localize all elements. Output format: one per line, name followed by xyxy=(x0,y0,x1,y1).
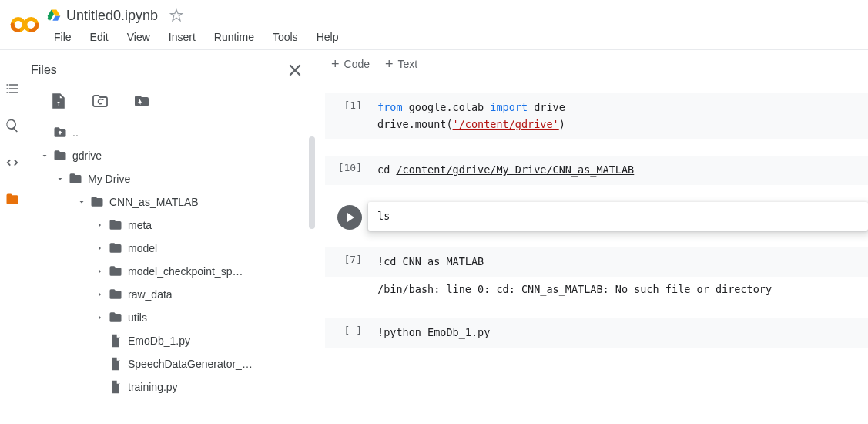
file-tree: .. gdrive My Drive CNN_as_MATLAB xyxy=(25,121,317,424)
folder-icon xyxy=(108,310,123,325)
menu-edit[interactable]: Edit xyxy=(82,28,116,46)
folder-icon xyxy=(89,194,105,210)
refresh-icon[interactable] xyxy=(91,92,109,110)
tree-label: model_checkpoint_sp… xyxy=(128,265,243,278)
files-icon[interactable] xyxy=(5,192,20,207)
add-code-label: Code xyxy=(344,58,370,70)
folder-up-icon xyxy=(52,125,68,140)
plus-icon: + xyxy=(331,59,340,69)
chevron-down-icon[interactable] xyxy=(74,194,89,210)
header: Untitled0.ipynb File Edit View Insert Ru… xyxy=(0,0,868,49)
tree-label: raw_data xyxy=(128,288,173,301)
tree-label: training.py xyxy=(128,381,178,393)
code-cell[interactable]: [7] !cd CNN_as_MATLAB /bin/bash: line 0:… xyxy=(325,247,868,301)
chevron-down-icon[interactable] xyxy=(52,171,68,187)
toc-icon[interactable] xyxy=(5,81,20,96)
file-icon xyxy=(108,333,123,348)
close-icon[interactable] xyxy=(286,61,304,79)
code-editor[interactable]: ls xyxy=(368,202,868,231)
tree-label: utils xyxy=(128,311,147,324)
chevron-down-icon[interactable] xyxy=(37,148,52,163)
folder-icon xyxy=(108,287,123,302)
tree-folder[interactable]: model xyxy=(31,237,317,260)
code-cell[interactable]: [ ] !python EmoDb_1.py xyxy=(325,318,868,348)
add-text-label: Text xyxy=(398,58,418,70)
search-icon[interactable] xyxy=(5,118,20,133)
tree-label: meta xyxy=(128,219,152,231)
notebook-main: + Code + Text [1] from google.colab impo… xyxy=(317,50,868,424)
code-editor[interactable]: from google.colab import drive drive.mou… xyxy=(368,93,868,139)
tree-file[interactable]: training.py xyxy=(31,375,317,399)
left-rail xyxy=(0,50,25,424)
code-editor[interactable]: !python EmoDb_1.py xyxy=(368,318,868,348)
chevron-right-icon[interactable] xyxy=(92,217,108,233)
document-title[interactable]: Untitled0.ipynb xyxy=(66,8,158,24)
file-icon xyxy=(108,356,123,372)
upload-icon[interactable] xyxy=(49,92,68,110)
tree-folder[interactable]: utils xyxy=(31,306,317,329)
chevron-right-icon[interactable] xyxy=(92,287,108,302)
tree-label: gdrive xyxy=(72,150,102,162)
menu-insert[interactable]: Insert xyxy=(161,28,203,46)
code-cell[interactable]: [10] cd /content/gdrive/My Drive/CNN_as_… xyxy=(325,156,868,185)
folder-icon xyxy=(108,264,123,279)
cells-container: [1] from google.colab import drive drive… xyxy=(317,78,868,348)
tree-folder[interactable]: meta xyxy=(31,214,317,237)
chevron-right-icon[interactable] xyxy=(92,264,108,279)
tree-label: My Drive xyxy=(88,173,130,185)
code-editor[interactable]: cd /content/gdrive/My Drive/CNN_as_MATLA… xyxy=(368,156,868,185)
folder-icon xyxy=(108,241,123,256)
folder-icon xyxy=(108,217,123,233)
drive-icon xyxy=(46,8,62,23)
menubar: File Edit View Insert Runtime Tools Help xyxy=(46,28,868,46)
file-icon xyxy=(108,379,123,395)
tree-folder-gdrive[interactable]: gdrive xyxy=(31,144,317,167)
menu-tools[interactable]: Tools xyxy=(265,28,306,46)
files-panel-title: Files xyxy=(31,63,286,77)
cell-prompt: [1] xyxy=(344,99,362,111)
colab-logo-icon xyxy=(9,9,40,40)
folder-icon xyxy=(52,148,68,163)
folder-icon xyxy=(68,171,83,187)
add-text-button[interactable]: + Text xyxy=(385,58,417,70)
tree-parent[interactable]: .. xyxy=(31,121,317,144)
tree-file[interactable]: EmoDb_1.py xyxy=(31,329,317,352)
menu-file[interactable]: File xyxy=(46,28,79,46)
tree-label: .. xyxy=(72,126,79,139)
add-code-button[interactable]: + Code xyxy=(331,58,370,70)
tree-label: CNN_as_MATLAB xyxy=(109,196,199,208)
tree-folder[interactable]: raw_data xyxy=(31,283,317,306)
files-panel: Files .. gdrive My Drive xyxy=(25,50,317,424)
insert-toolbar: + Code + Text xyxy=(317,50,868,78)
play-icon xyxy=(347,213,354,222)
tree-label: model xyxy=(128,242,157,254)
tree-folder-mydrive[interactable]: My Drive xyxy=(31,167,317,190)
tree-folder[interactable]: model_checkpoint_sp… xyxy=(31,260,317,283)
star-icon[interactable] xyxy=(169,8,184,23)
code-cell-active[interactable]: ls xyxy=(325,202,868,231)
code-snippets-icon[interactable] xyxy=(5,155,20,170)
tree-label: SpeechDataGenerator_… xyxy=(128,358,253,370)
tree-file[interactable]: SpeechDataGenerator_… xyxy=(31,352,317,375)
cell-prompt: [10] xyxy=(338,162,362,173)
scrollbar-thumb[interactable] xyxy=(309,136,315,229)
cell-prompt: [ ] xyxy=(344,325,362,336)
mount-drive-icon[interactable] xyxy=(132,92,151,110)
run-cell-button[interactable] xyxy=(337,205,362,230)
tree-folder-cnn[interactable]: CNN_as_MATLAB xyxy=(31,190,317,214)
menu-help[interactable]: Help xyxy=(309,28,347,46)
code-editor[interactable]: !cd CNN_as_MATLAB xyxy=(368,247,868,277)
tree-label: EmoDb_1.py xyxy=(128,335,190,347)
cell-output: /bin/bash: line 0: cd: CNN_as_MATLAB: No… xyxy=(368,277,868,301)
code-cell[interactable]: [1] from google.colab import drive drive… xyxy=(325,93,868,139)
menu-view[interactable]: View xyxy=(119,28,158,46)
files-toolbar xyxy=(25,90,317,121)
menu-runtime[interactable]: Runtime xyxy=(206,28,262,46)
plus-icon: + xyxy=(385,59,394,69)
cell-prompt: [7] xyxy=(344,254,362,265)
chevron-right-icon[interactable] xyxy=(92,310,108,325)
chevron-right-icon[interactable] xyxy=(92,241,108,256)
